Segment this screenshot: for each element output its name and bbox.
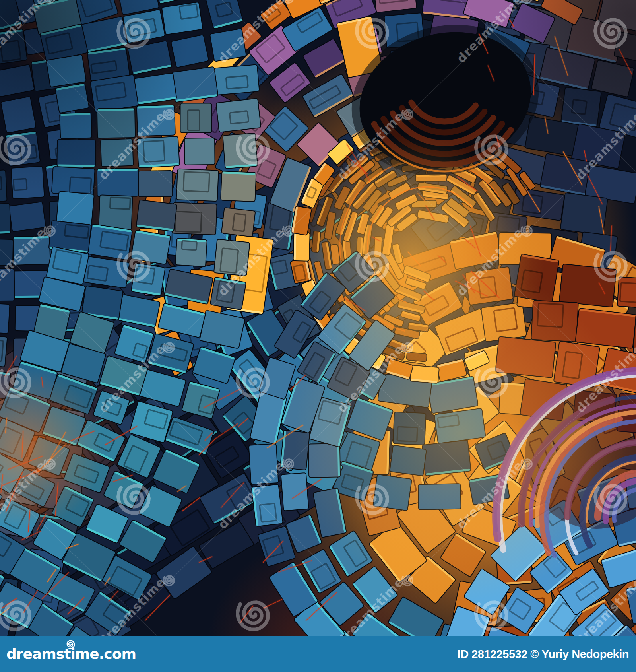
dreamstime-spiral-icon [64,638,76,650]
svg-text:dreamstime: dreamstime [334,108,406,182]
svg-text:dreamstime: dreamstime [96,574,168,636]
footer-bar: dreamstime.com ID 281225532 © Yuriy Nedo… [0,636,636,672]
svg-text:dreamstime: dreamstime [0,0,49,66]
dreamstime-logo: dreamstime.com [6,647,136,661]
svg-text:dreamstime: dreamstime [454,0,525,66]
svg-text:dreamstime: dreamstime [96,341,168,415]
svg-text:dreamstime: dreamstime [0,225,49,299]
svg-text:dreamstime: dreamstime [454,458,525,532]
svg-text:dreamstime: dreamstime [215,225,287,299]
svg-text:dreamstime: dreamstime [334,574,406,636]
svg-text:dreamstime: dreamstime [215,0,287,66]
image-credit: ID 281225532 © Yuriy Nedopekin [458,648,629,661]
svg-text:dreamstime: dreamstime [454,225,525,299]
stock-photo-page: dreamstimedreamstimedreamstimedreamstime… [0,0,636,672]
svg-text:dreamstime: dreamstime [215,458,287,532]
svg-text:dreamstime: dreamstime [334,341,406,415]
svg-text:dreamstime: dreamstime [96,108,168,182]
stock-image: dreamstimedreamstimedreamstimedreamstime… [0,0,636,636]
watermark-overlay: dreamstimedreamstimedreamstimedreamstime… [0,0,636,636]
svg-text:dreamstime: dreamstime [0,458,49,532]
svg-text:dreamstime: dreamstime [573,574,636,636]
